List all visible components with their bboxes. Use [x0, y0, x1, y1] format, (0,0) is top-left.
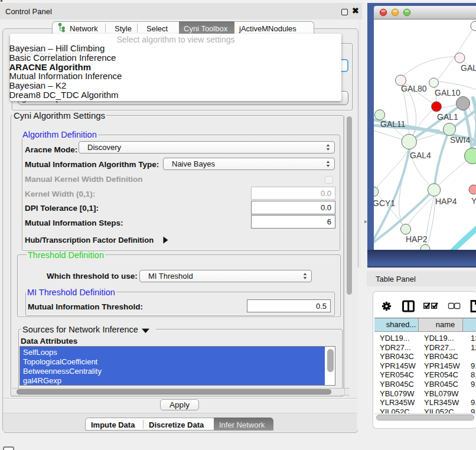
svg-text:GAL1: GAL1 [437, 112, 458, 122]
svg-text:GAL10: GAL10 [435, 88, 461, 97]
svg-text:SWI4: SWI4 [450, 135, 470, 145]
svg-text:GAL11: GAL11 [380, 119, 406, 129]
svg-text:HAP4: HAP4 [435, 197, 457, 206]
svg-text:GAL: GAL [461, 63, 476, 73]
svg-text:Y: Y [471, 196, 476, 206]
svg-text:GAL80: GAL80 [401, 84, 427, 93]
svg-text:GAL4: GAL4 [410, 151, 431, 160]
svg-text:HAP2: HAP2 [406, 234, 428, 244]
svg-text:GCY1: GCY1 [374, 198, 395, 208]
